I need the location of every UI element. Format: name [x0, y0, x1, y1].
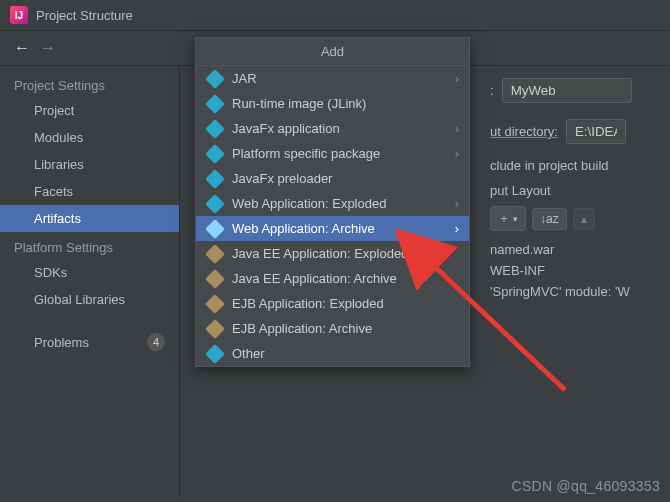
popup-item-ejb-application-archive[interactable]: EJB Application: Archive	[196, 316, 469, 341]
popup-item-ejb-application-exploded[interactable]: EJB Application: Exploded	[196, 291, 469, 316]
sidebar-item-label: SDKs	[34, 265, 67, 280]
popup-item-web-application-archive[interactable]: Web Application: Archive›	[196, 216, 469, 241]
include-build-label: clude in project build	[490, 158, 609, 173]
popup-item-javafx-preloader[interactable]: JavaFx preloader	[196, 166, 469, 191]
popup-item-web-application-exploded[interactable]: Web Application: Exploded›	[196, 191, 469, 216]
layout-add-button[interactable]: ＋▾	[490, 206, 526, 231]
sidebar-item-label: Libraries	[34, 157, 84, 172]
popup-item-java-ee-application-exploded[interactable]: Java EE Application: Exploded	[196, 241, 469, 266]
submenu-indicator-icon: ›	[455, 121, 459, 136]
add-artifact-popup: Add JAR›Run-time image (JLink)JavaFx app…	[195, 37, 470, 367]
artifact-type-icon	[205, 269, 225, 289]
submenu-indicator-icon: ›	[455, 196, 459, 211]
artifact-type-icon	[205, 144, 225, 164]
popup-item-label: Other	[232, 346, 265, 361]
sidebar-item-label: Artifacts	[34, 211, 81, 226]
sidebar: Project Settings Project Modules Librari…	[0, 66, 180, 498]
sidebar-item-label: Facets	[34, 184, 73, 199]
tree-label: 'SpringMVC' module: 'W	[490, 284, 630, 299]
tree-label: WEB-INF	[490, 263, 545, 278]
popup-item-label: EJB Application: Archive	[232, 321, 372, 336]
popup-item-other[interactable]: Other	[196, 341, 469, 366]
sidebar-item-sdks[interactable]: SDKs	[0, 259, 179, 286]
titlebar: IJ Project Structure	[0, 0, 670, 31]
popup-item-javafx-application[interactable]: JavaFx application›	[196, 116, 469, 141]
sidebar-item-facets[interactable]: Facets	[0, 178, 179, 205]
popup-item-run-time-image-jlink[interactable]: Run-time image (JLink)	[196, 91, 469, 116]
name-label: :	[490, 83, 494, 98]
popup-item-label: JAR	[232, 71, 257, 86]
popup-item-label: Java EE Application: Archive	[232, 271, 397, 286]
sidebar-item-label: Problems	[34, 335, 89, 350]
artifact-type-icon	[205, 69, 225, 89]
sidebar-item-label: Global Libraries	[34, 292, 125, 307]
artifact-type-icon	[205, 194, 225, 214]
output-dir-input[interactable]	[566, 119, 626, 144]
output-dir-label: ut directory:	[490, 124, 558, 139]
sidebar-item-modules[interactable]: Modules	[0, 124, 179, 151]
sidebar-item-global-libraries[interactable]: Global Libraries	[0, 286, 179, 313]
forward-arrow-icon[interactable]: →	[40, 39, 56, 57]
popup-item-label: JavaFx preloader	[232, 171, 332, 186]
sidebar-group-platform-settings: Platform Settings	[0, 232, 179, 259]
artifact-type-icon	[205, 119, 225, 139]
artifact-name-input[interactable]	[502, 78, 632, 103]
layout-toolbar: ＋▾ ↓az ▴	[490, 206, 658, 231]
sidebar-item-problems[interactable]: Problems 4	[0, 327, 179, 357]
layout-up-button[interactable]: ▴	[573, 208, 595, 230]
artifact-type-icon	[205, 319, 225, 339]
sidebar-item-libraries[interactable]: Libraries	[0, 151, 179, 178]
submenu-indicator-icon: ›	[455, 146, 459, 161]
app-logo-icon: IJ	[10, 6, 28, 24]
artifact-type-icon	[205, 244, 225, 264]
popup-item-label: Web Application: Exploded	[232, 196, 386, 211]
submenu-indicator-icon: ›	[455, 71, 459, 86]
tree-row-folder[interactable]: WEB-INF	[490, 260, 658, 281]
popup-item-label: Java EE Application: Exploded	[232, 246, 408, 261]
output-layout-label: put Layout	[490, 183, 658, 198]
output-tree: named.war WEB-INF 'SpringMVC' module: 'W	[490, 239, 658, 302]
watermark: CSDN @qq_46093353	[511, 478, 660, 494]
tree-row-module[interactable]: 'SpringMVC' module: 'W	[490, 281, 658, 302]
sidebar-item-label: Project	[34, 103, 74, 118]
popup-item-label: EJB Application: Exploded	[232, 296, 384, 311]
include-build-row[interactable]: clude in project build	[490, 158, 658, 173]
tree-label: named.war	[490, 242, 554, 257]
sidebar-item-label: Modules	[34, 130, 83, 145]
popup-item-label: JavaFx application	[232, 121, 340, 136]
sidebar-item-artifacts[interactable]: Artifacts	[0, 205, 179, 232]
popup-item-platform-specific-package[interactable]: Platform specific package›	[196, 141, 469, 166]
sidebar-item-project[interactable]: Project	[0, 97, 179, 124]
popup-item-label: Platform specific package	[232, 146, 380, 161]
popup-title: Add	[196, 38, 469, 66]
problems-count-badge: 4	[147, 333, 165, 351]
artifact-type-icon	[205, 169, 225, 189]
window-title: Project Structure	[36, 8, 133, 23]
back-arrow-icon[interactable]: ←	[14, 39, 30, 57]
popup-item-jar[interactable]: JAR›	[196, 66, 469, 91]
output-dir-row: ut directory:	[490, 119, 658, 144]
submenu-indicator-icon: ›	[455, 221, 459, 236]
popup-item-label: Web Application: Archive	[232, 221, 375, 236]
artifact-type-icon	[205, 294, 225, 314]
artifact-type-icon	[205, 219, 225, 239]
layout-sort-button[interactable]: ↓az	[532, 208, 567, 230]
tree-row-root[interactable]: named.war	[490, 239, 658, 260]
artifact-type-icon	[205, 94, 225, 114]
popup-item-java-ee-application-archive[interactable]: Java EE Application: Archive	[196, 266, 469, 291]
name-row: :	[490, 78, 658, 103]
popup-item-label: Run-time image (JLink)	[232, 96, 366, 111]
sidebar-group-project-settings: Project Settings	[0, 70, 179, 97]
artifact-type-icon	[205, 344, 225, 364]
